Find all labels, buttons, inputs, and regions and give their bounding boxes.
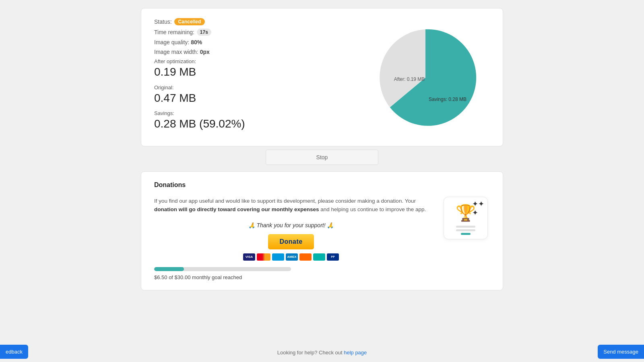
- trophy-lines: [456, 226, 475, 235]
- sparkles-icon: ✦✦✦: [472, 200, 484, 217]
- donations-description: If you find our app useful and would lik…: [154, 197, 428, 214]
- after-optimization-value: 0.19 MB: [154, 65, 361, 79]
- donations-card: Donations If you find our app useful and…: [141, 171, 503, 290]
- donations-right: ✦✦✦ 🏆: [442, 197, 490, 239]
- original-label: Original:: [154, 84, 361, 90]
- stats-card: Status: Cancelled Time remaining: 17s Im…: [141, 8, 503, 146]
- amex-icon: AMEX: [286, 253, 298, 261]
- pie-chart: After: 0.19 MB Savings: 0.28 MB: [369, 21, 482, 134]
- savings-label: Savings:: [154, 110, 361, 116]
- trophy-line-1: [456, 226, 475, 228]
- donations-description-end: and helping us continue to improve the a…: [319, 206, 426, 212]
- feedback-button[interactable]: edback: [0, 345, 28, 359]
- progress-bar-background: [154, 267, 291, 271]
- visa-icon: VISA: [243, 253, 255, 261]
- donations-body: If you find our app useful and would lik…: [154, 197, 490, 280]
- paypal-section: Donate VISA AMEX PP: [154, 234, 428, 261]
- savings-block: Savings: 0.28 MB (59.02%): [154, 110, 361, 131]
- donations-description-plain: If you find our app useful and would lik…: [154, 198, 416, 204]
- progress-text: $6.50 of $30.00 monthly goal reached: [154, 274, 428, 280]
- after-optimization-label: After optimization:: [154, 58, 361, 64]
- donations-left: If you find our app useful and would lik…: [154, 197, 428, 280]
- donations-description-bold: donation will go directly toward coverin…: [154, 206, 319, 212]
- maestro-icon: [272, 253, 284, 261]
- status-row: Status: Cancelled: [154, 18, 361, 25]
- pie-svg: After: 0.19 MB Savings: 0.28 MB: [369, 21, 482, 134]
- original-value: 0.47 MB: [154, 91, 361, 105]
- paypal-icon: PP: [327, 253, 339, 261]
- discover-icon: [299, 253, 312, 261]
- trophy-illustration: ✦✦✦ 🏆: [444, 197, 488, 239]
- thank-you-text: 🙏 Thank you for your support! 🙏: [154, 222, 428, 228]
- chart-container: After: 0.19 MB Savings: 0.28 MB: [361, 18, 490, 134]
- mastercard-icon: [257, 253, 270, 261]
- image-max-width-row: Image max width: 0px: [154, 49, 361, 55]
- trophy-line-2: [456, 229, 475, 231]
- payment-cards: VISA AMEX PP: [243, 253, 339, 261]
- footer-help-text: Looking for help? Check out: [277, 350, 344, 356]
- image-quality-label: Image quality:: [154, 39, 189, 45]
- savings-value: 0.28 MB (59.02%): [154, 117, 361, 131]
- image-quality-row: Image quality: 80%: [154, 39, 361, 45]
- donations-title: Donations: [154, 181, 490, 189]
- time-remaining-row: Time remaining: 17s: [154, 29, 361, 36]
- send-message-button[interactable]: Send message: [598, 345, 644, 359]
- status-label: Status:: [154, 19, 172, 25]
- progress-section: $6.50 of $30.00 monthly goal reached: [154, 267, 428, 280]
- trophy-line-3: [461, 233, 471, 235]
- footer: Looking for help? Check out help page: [0, 343, 644, 362]
- stats-left: Status: Cancelled Time remaining: 17s Im…: [154, 18, 361, 136]
- savings-chart-label: Savings: 0.28 MB: [429, 97, 466, 102]
- stop-button[interactable]: Stop: [266, 150, 378, 165]
- time-remaining-value: 17s: [197, 29, 211, 36]
- discover2-icon: [313, 253, 325, 261]
- status-badge: Cancelled: [174, 18, 205, 25]
- original-block: Original: 0.47 MB: [154, 84, 361, 105]
- image-max-width-label: Image max width:: [154, 49, 198, 55]
- time-remaining-label: Time remaining:: [154, 29, 194, 35]
- stop-button-row: Stop: [154, 150, 490, 165]
- after-optimization-block: After optimization: 0.19 MB: [154, 58, 361, 79]
- help-page-link[interactable]: help page: [344, 350, 367, 356]
- image-max-width-value: 0px: [200, 49, 210, 55]
- donate-button[interactable]: Donate: [268, 234, 314, 249]
- after-chart-label: After: 0.19 MB: [394, 76, 425, 82]
- progress-bar-fill: [154, 267, 184, 271]
- image-quality-value: 80%: [191, 39, 202, 45]
